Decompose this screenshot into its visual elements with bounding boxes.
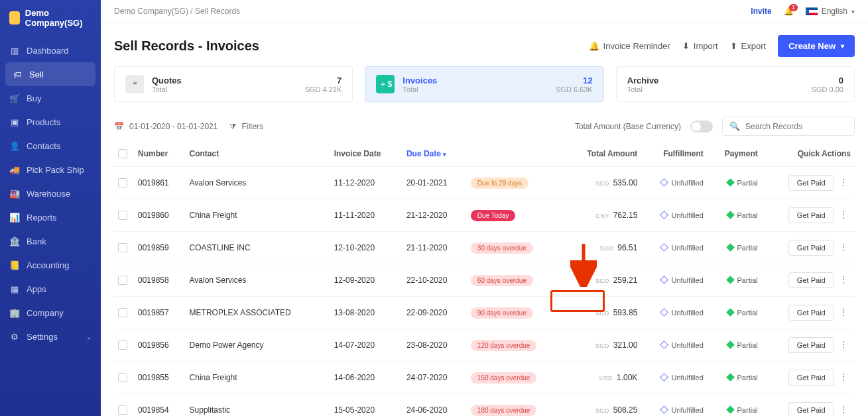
- language-label: English: [822, 7, 847, 16]
- cell-due-status: 60 days overdue: [467, 264, 564, 297]
- row-checkbox[interactable]: [118, 340, 127, 350]
- get-paid-button[interactable]: Get Paid: [788, 240, 834, 256]
- row-checkbox[interactable]: [118, 211, 127, 220]
- sidebar-item-accounting[interactable]: 📒 Accounting: [0, 253, 101, 277]
- th-due-date[interactable]: Due Date ▾: [403, 141, 467, 167]
- row-menu-icon[interactable]: ⋮: [836, 242, 851, 252]
- download-icon: ⬇: [682, 41, 690, 51]
- row-menu-icon[interactable]: ⋮: [836, 177, 851, 187]
- cell-total: SGD259.21: [564, 264, 641, 297]
- company-name: Demo Company(SG): [25, 8, 92, 28]
- cell-total: SGD593.85: [564, 297, 641, 329]
- invoice-reminder-button[interactable]: 🔔 Invoice Reminder: [589, 41, 670, 51]
- warehouse-icon: 🏭: [9, 188, 20, 199]
- row-checkbox[interactable]: [118, 373, 127, 382]
- row-checkbox[interactable]: [118, 308, 127, 317]
- get-paid-button[interactable]: Get Paid: [788, 337, 834, 353]
- select-all-checkbox[interactable]: [118, 149, 127, 158]
- table-row[interactable]: 0019861Avalon Services11-12-202020-01-20…: [114, 167, 855, 199]
- date-range[interactable]: 01-01-2020 - 01-01-2021: [129, 122, 217, 131]
- cell-invoice-date: 11-12-2020: [330, 167, 403, 199]
- cell-actions: Get Paid ⋮: [762, 264, 855, 297]
- export-button[interactable]: ⬆ Export: [730, 41, 767, 51]
- get-paid-button[interactable]: Get Paid: [788, 305, 834, 321]
- diamond-hollow-icon: [660, 308, 669, 317]
- cell-due-status: 30 days overdue: [467, 232, 564, 264]
- sidebar-item-sell[interactable]: 🏷 Sell: [5, 62, 95, 86]
- row-menu-icon[interactable]: ⋮: [836, 274, 851, 285]
- get-paid-button[interactable]: Get Paid: [788, 175, 834, 191]
- button-label: Create New: [788, 41, 836, 51]
- cell-due-status: 180 days overdue: [467, 394, 564, 417]
- row-checkbox[interactable]: [118, 405, 127, 415]
- create-new-button[interactable]: Create New ▾: [778, 35, 855, 57]
- base-currency-toggle[interactable]: [690, 121, 713, 132]
- card-invoices[interactable]: ＋$ Invoices Total 12 SGD 6.63K: [365, 66, 603, 102]
- sidebar-item-reports[interactable]: 📊 Reports: [0, 205, 101, 229]
- sidebar-item-warehouse[interactable]: 🏭 Warehouse: [0, 182, 101, 205]
- row-menu-icon[interactable]: ⋮: [836, 372, 851, 382]
- row-menu-icon[interactable]: ⋮: [836, 404, 851, 415]
- sidebar-item-products[interactable]: ▣ Products: [0, 110, 101, 134]
- search-input[interactable]: [745, 122, 847, 131]
- cell-actions: Get Paid ⋮: [762, 362, 855, 394]
- language-selector[interactable]: English ▾: [806, 7, 855, 16]
- card-count: 7: [305, 76, 342, 85]
- th-number[interactable]: Number: [134, 141, 186, 167]
- cell-fulfillment: Unfulfilled: [641, 394, 707, 417]
- cell-contact: Supplitastic: [186, 394, 330, 417]
- cell-due-status: Due Today: [467, 199, 564, 232]
- row-menu-icon[interactable]: ⋮: [836, 307, 851, 317]
- sidebar-item-label: Buy: [27, 93, 41, 103]
- table-row[interactable]: 0019858Avalon Services12-09-202022-10-20…: [114, 264, 855, 297]
- sidebar-item-settings[interactable]: ⚙ Settings ⌄: [0, 325, 101, 348]
- row-menu-icon[interactable]: ⋮: [836, 339, 851, 350]
- sidebar-item-buy[interactable]: 🛒 Buy: [0, 86, 101, 110]
- get-paid-button[interactable]: Get Paid: [788, 370, 834, 386]
- th-invoice-date[interactable]: Invoice Date: [330, 141, 403, 167]
- get-paid-button[interactable]: Get Paid: [788, 402, 834, 416]
- table-row[interactable]: 0019860China Freight11-11-202021-12-2020…: [114, 199, 855, 232]
- sidebar-item-label: Products: [27, 117, 60, 127]
- th-contact[interactable]: Contact: [186, 141, 330, 167]
- table-row[interactable]: 0019856Demo Power Agency14-07-202023-08-…: [114, 329, 855, 362]
- card-quotes[interactable]: ❝ Quotes Total 7 SGD 4.21K: [114, 66, 353, 102]
- table-row[interactable]: 0019859COASTLINE INC12-10-202021-11-2020…: [114, 232, 855, 264]
- cell-total: USD1.00K: [564, 362, 641, 394]
- filters-button[interactable]: Filters: [241, 122, 263, 131]
- th-fulfillment[interactable]: Fulfillment: [641, 141, 707, 167]
- card-archive[interactable]: Archive Total 0 SGD 0.00: [616, 66, 855, 102]
- table-row[interactable]: 0019855China Freight14-06-202024-07-2020…: [114, 362, 855, 394]
- diamond-green-icon: [726, 211, 735, 219]
- currency-label: SGD: [600, 245, 614, 252]
- th-payment[interactable]: Payment: [708, 141, 762, 167]
- row-checkbox[interactable]: [118, 178, 127, 187]
- sidebar-item-bank[interactable]: 🏦 Bank: [0, 229, 101, 253]
- sidebar-item-dashboard[interactable]: ▥ Dashboard: [0, 38, 101, 62]
- row-checkbox[interactable]: [118, 243, 127, 252]
- summary-cards: ❝ Quotes Total 7 SGD 4.21K ＋$ Invoices T…: [101, 66, 868, 111]
- get-paid-button[interactable]: Get Paid: [788, 272, 834, 288]
- cell-actions: Get Paid ⋮: [762, 297, 855, 329]
- import-button[interactable]: ⬇ Import: [682, 41, 718, 51]
- row-checkbox[interactable]: [118, 276, 127, 285]
- search-box[interactable]: 🔍: [722, 117, 855, 136]
- table-row[interactable]: 0019857METROPLEX ASSOCIATED13-08-202022-…: [114, 297, 855, 329]
- chart-icon: 📊: [9, 212, 20, 223]
- diamond-green-icon: [726, 405, 735, 414]
- cell-fulfillment: Unfulfilled: [641, 232, 707, 264]
- sidebar-item-label: Reports: [27, 213, 57, 223]
- get-paid-button[interactable]: Get Paid: [788, 207, 834, 223]
- table-row[interactable]: 0019854Supplitastic15-05-202024-06-20201…: [114, 394, 855, 417]
- sidebar-item-apps[interactable]: ▦ Apps: [0, 277, 101, 301]
- invite-link[interactable]: Invite: [751, 7, 771, 16]
- sidebar-item-contacts[interactable]: 👤 Contacts: [0, 134, 101, 158]
- due-status-pill: 120 days overdue: [471, 340, 537, 351]
- tag-icon: 🏷: [12, 69, 23, 79]
- notification-bell[interactable]: 🔔 1: [784, 7, 794, 16]
- sidebar-item-pickpack[interactable]: 🚚 Pick Pack Ship: [0, 158, 101, 182]
- sidebar-item-company[interactable]: 🏢 Company: [0, 301, 101, 325]
- th-total[interactable]: Total Amount: [564, 141, 641, 167]
- row-menu-icon[interactable]: ⋮: [836, 209, 851, 220]
- cell-fulfillment: Unfulfilled: [641, 199, 707, 232]
